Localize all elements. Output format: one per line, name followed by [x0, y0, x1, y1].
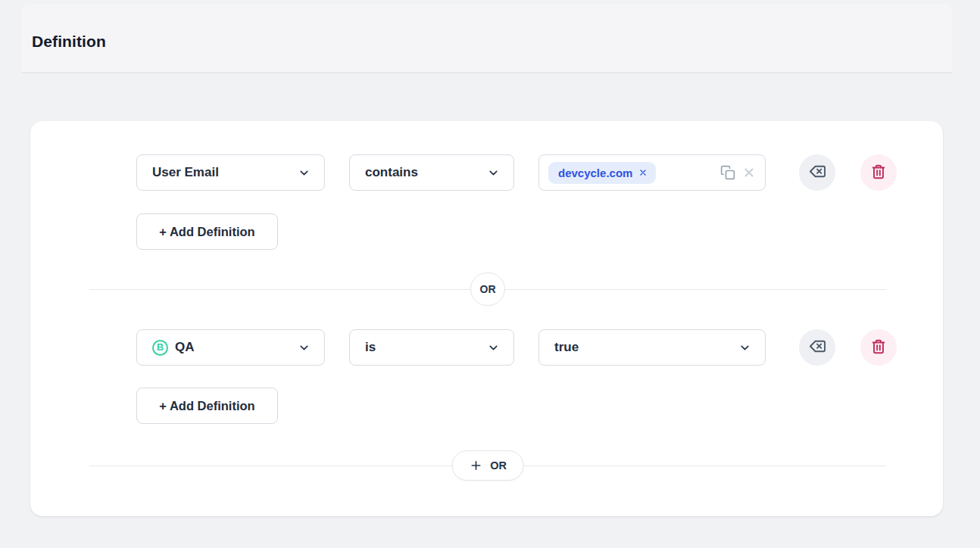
chevron-down-icon: [298, 167, 311, 179]
property-select-label: User Email: [152, 165, 219, 180]
property-select-label: B QA: [152, 340, 195, 356]
value-select[interactable]: true: [538, 329, 766, 366]
or-divider: OR: [89, 272, 886, 306]
chevron-down-icon: [298, 341, 311, 354]
definition-header-panel: Definition: [21, 4, 953, 73]
chevron-down-icon: [738, 341, 751, 354]
page-title: Definition: [32, 33, 106, 51]
clear-row-button[interactable]: [799, 154, 835, 191]
property-select[interactable]: B QA: [136, 329, 325, 366]
chevron-down-icon: [487, 167, 500, 179]
tag-chip-label: devcycle.com: [558, 167, 632, 179]
delete-row-button[interactable]: [860, 154, 897, 191]
boolean-type-icon: B: [152, 340, 168, 356]
comparator-select-label: is: [365, 340, 376, 355]
backspace-icon: [809, 163, 826, 182]
value-tag-input[interactable]: devcycle.com: [538, 154, 766, 191]
tag-chip: devcycle.com: [548, 162, 656, 184]
copy-icon[interactable]: [720, 165, 735, 180]
property-name: QA: [175, 340, 195, 355]
definition-row-2: B QA is true: [136, 329, 943, 366]
property-select[interactable]: User Email: [136, 154, 325, 191]
trash-icon: [870, 338, 887, 357]
add-or-label: OR: [490, 459, 507, 472]
definition-row-1: User Email contains devcycle.com: [136, 154, 943, 191]
backspace-icon: [809, 338, 826, 357]
comparator-select[interactable]: contains: [349, 154, 514, 191]
delete-row-button[interactable]: [860, 329, 897, 366]
add-or-button[interactable]: OR: [452, 450, 524, 481]
clear-x-icon[interactable]: [742, 166, 756, 179]
or-badge: OR: [470, 272, 505, 306]
definition-card: User Email contains devcycle.com: [30, 121, 943, 516]
plus-icon: [469, 459, 482, 472]
add-definition-button-2[interactable]: + Add Definition: [136, 388, 278, 424]
comparator-select-label: contains: [365, 165, 418, 180]
add-or-divider: OR: [89, 450, 886, 481]
add-definition-button-1[interactable]: + Add Definition: [136, 213, 278, 250]
clear-row-button[interactable]: [799, 329, 835, 366]
tag-remove-icon[interactable]: [638, 168, 648, 177]
comparator-select[interactable]: is: [349, 329, 514, 366]
chevron-down-icon: [487, 341, 500, 354]
value-select-label: true: [554, 340, 579, 355]
trash-icon: [870, 163, 887, 182]
